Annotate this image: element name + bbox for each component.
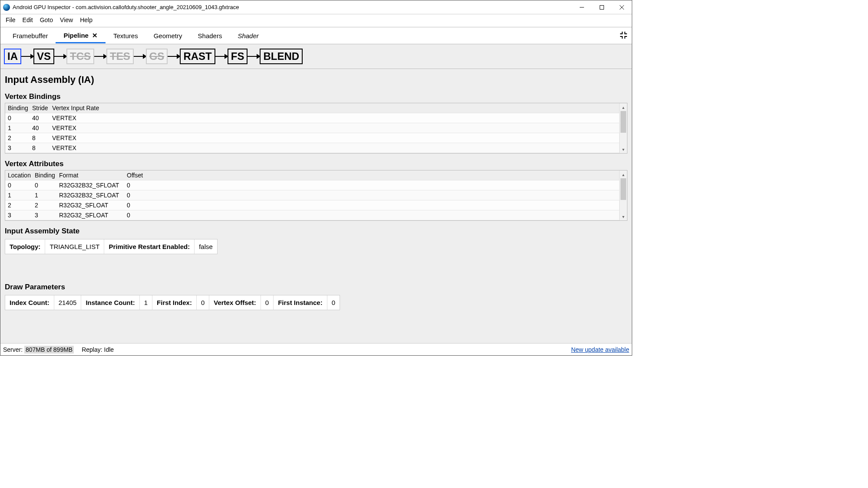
content-area: Input Assembly (IA) Vertex Bindings Bind… <box>0 69 632 343</box>
draw-param-value: 0 <box>197 295 209 310</box>
stage-blend[interactable]: BLEND <box>260 49 303 64</box>
scroll-down-icon[interactable]: ▾ <box>620 213 627 220</box>
col-offset[interactable]: Offset <box>124 170 627 180</box>
cell-binding: 1 <box>5 123 30 133</box>
menu-view[interactable]: View <box>56 16 76 24</box>
cell-location: 1 <box>5 190 32 200</box>
replay-value: Idle <box>104 346 114 353</box>
col-location[interactable]: Location <box>5 170 32 180</box>
col-vertex-input-rate[interactable]: Vertex Input Rate <box>50 103 627 113</box>
draw-param-value: 0 <box>261 295 274 310</box>
cell-stride: 40 <box>30 113 50 123</box>
tab-pipeline[interactable]: Pipeline✕ <box>56 28 106 43</box>
cell-binding: 3 <box>32 210 56 220</box>
draw-param-label: First Instance: <box>274 295 327 310</box>
stage-tcs[interactable]: TCS <box>66 49 94 64</box>
cell-binding: 2 <box>5 133 30 143</box>
stage-gs[interactable]: GS <box>146 49 168 64</box>
scroll-up-icon[interactable]: ▴ <box>620 170 627 178</box>
scroll-thumb[interactable] <box>620 111 626 133</box>
cell-binding: 3 <box>5 143 30 153</box>
tab-label: Textures <box>113 32 138 39</box>
scroll-thumb[interactable] <box>620 178 626 200</box>
maximize-button[interactable] <box>592 0 612 14</box>
update-link[interactable]: New update available <box>571 346 629 353</box>
tab-label: Shader <box>238 32 258 39</box>
draw-param-value: 0 <box>327 295 340 310</box>
arrow-icon <box>94 54 106 59</box>
cell-format: R32G32_SFLOAT <box>56 210 124 220</box>
ia-state-box: Topology: TRIANGLE_LIST Primitive Restar… <box>5 239 218 254</box>
cell-stride: 40 <box>30 123 50 133</box>
replay-status: Replay: Idle <box>82 346 114 353</box>
col-stride[interactable]: Stride <box>30 103 50 113</box>
col-binding[interactable]: Binding <box>32 170 56 180</box>
statusbar: Server: 807MB of 899MB Replay: Idle New … <box>0 343 632 355</box>
window-controls <box>572 0 632 14</box>
table-row[interactable]: 11R32G32B32_SFLOAT0 <box>5 190 627 200</box>
scroll-down-icon[interactable]: ▾ <box>620 145 627 153</box>
scrollbar[interactable]: ▴ ▾ <box>619 103 627 153</box>
cell-location: 0 <box>5 180 32 190</box>
col-binding[interactable]: Binding <box>5 103 30 113</box>
col-format[interactable]: Format <box>56 170 124 180</box>
table-row[interactable]: 22R32G32_SFLOAT0 <box>5 200 627 210</box>
cell-stride: 8 <box>30 143 50 153</box>
menu-file[interactable]: File <box>2 16 19 24</box>
menu-help[interactable]: Help <box>76 16 96 24</box>
tab-shaders[interactable]: Shaders <box>190 29 230 43</box>
table-row[interactable]: 140VERTEX <box>5 123 627 133</box>
stage-fs[interactable]: FS <box>228 49 248 64</box>
menu-edit[interactable]: Edit <box>19 16 36 24</box>
cell-offset: 0 <box>124 190 627 200</box>
draw-param-value: 1 <box>140 295 152 310</box>
arrow-icon <box>21 54 33 59</box>
tab-framebuffer[interactable]: Framebuffer <box>5 29 56 43</box>
minimize-button[interactable] <box>572 0 592 14</box>
menu-goto[interactable]: Goto <box>36 16 56 24</box>
scroll-track[interactable] <box>620 111 627 145</box>
cell-format: R32G32B32_SFLOAT <box>56 180 124 190</box>
cell-format: R32G32B32_SFLOAT <box>56 190 124 200</box>
menubar: File Edit Goto View Help <box>0 14 632 27</box>
table-row[interactable]: 040VERTEX <box>5 113 627 123</box>
vertex-bindings-table: Binding Stride Vertex Input Rate 040VERT… <box>5 103 627 153</box>
pipeline-stages: IA VS TCS TES GS RAST FS BLEND <box>0 44 632 69</box>
tab-shader[interactable]: Shader <box>230 29 266 43</box>
tab-label: Pipeline <box>63 32 89 39</box>
stage-vs[interactable]: VS <box>33 49 54 64</box>
cell-rate: VERTEX <box>50 113 627 123</box>
scrollbar[interactable]: ▴ ▾ <box>619 170 627 220</box>
arrow-icon <box>215 54 228 59</box>
table-row[interactable]: 00R32G32B32_SFLOAT0 <box>5 180 627 190</box>
table-row[interactable]: 33R32G32_SFLOAT0 <box>5 210 627 220</box>
close-button[interactable] <box>612 0 632 14</box>
tab-geometry[interactable]: Geometry <box>146 29 190 43</box>
vertex-attributes-table-wrap: Location Binding Format Offset 00R32G32B… <box>5 170 627 221</box>
cell-offset: 0 <box>124 180 627 190</box>
draw-param-label: Instance Count: <box>81 295 139 310</box>
cell-binding: 1 <box>32 190 56 200</box>
replay-label: Replay: <box>82 346 102 353</box>
svg-rect-1 <box>600 5 604 9</box>
cell-binding: 0 <box>5 113 30 123</box>
cell-rate: VERTEX <box>50 123 627 133</box>
cell-offset: 0 <box>124 210 627 220</box>
cell-location: 3 <box>5 210 32 220</box>
table-row[interactable]: 38VERTEX <box>5 143 627 153</box>
ia-state-title: Input Assembly State <box>5 227 627 236</box>
table-row[interactable]: 28VERTEX <box>5 133 627 143</box>
tab-textures[interactable]: Textures <box>106 29 146 43</box>
arrow-icon <box>248 54 260 59</box>
stage-ia[interactable]: IA <box>4 49 21 64</box>
vertex-attributes-title: Vertex Attributes <box>5 160 627 168</box>
vertex-attributes-table: Location Binding Format Offset 00R32G32B… <box>5 170 627 220</box>
stage-rast[interactable]: RAST <box>180 49 215 64</box>
close-icon[interactable]: ✕ <box>92 32 98 39</box>
arrow-icon <box>134 54 146 59</box>
exit-fullscreen-icon[interactable] <box>617 29 630 43</box>
stage-tes[interactable]: TES <box>106 49 134 64</box>
scroll-track[interactable] <box>620 178 627 213</box>
draw-param-label: First Index: <box>152 295 197 310</box>
scroll-up-icon[interactable]: ▴ <box>620 103 627 111</box>
